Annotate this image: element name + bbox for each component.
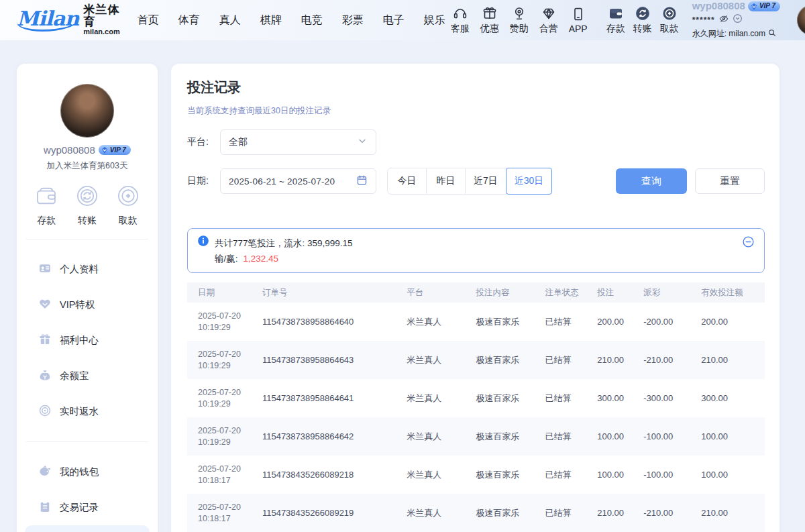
quick-range-button[interactable]: 昨日 — [426, 168, 466, 195]
partner-button[interactable]: 合营 — [534, 5, 564, 35]
sidebar: wyp080808 VIP 7 加入米兰体育第603天 存款 转账 取款 个人资… — [17, 64, 158, 532]
cell-platform: 米兰真人 — [407, 469, 476, 481]
withdraw-label: 取款 — [660, 23, 679, 35]
column-header: 平台 — [407, 287, 476, 299]
avatar[interactable] — [60, 84, 114, 138]
nav-item[interactable]: 电子 — [383, 13, 405, 28]
sidebar-transfer-label: 转账 — [78, 215, 97, 227]
clipboard-icon — [38, 500, 52, 516]
sidebar-item-label: 交易记录 — [60, 501, 99, 514]
wallet-icon — [34, 184, 58, 211]
transfer-icon — [75, 184, 99, 211]
sidebar-withdraw-label: 取款 — [119, 215, 138, 227]
avatar[interactable] — [797, 5, 805, 36]
magnifier-icon[interactable] — [767, 28, 777, 40]
medal-icon — [511, 5, 527, 21]
nav-item[interactable]: 娱乐 — [424, 13, 445, 28]
withdraw-icon — [661, 5, 678, 21]
cell-date: 2025-07-2010:19:29 — [187, 425, 262, 448]
joined-days-text: 加入米兰体育第603天 — [17, 160, 158, 172]
cell-order-number: 1154738738958864643 — [262, 355, 407, 365]
date-label: 日期: — [187, 175, 214, 187]
logo-domain-text: milan.com — [83, 28, 119, 36]
cell-bet-amount: 210.00 — [597, 508, 643, 518]
sidebar-item-profile[interactable]: 个人资料 — [17, 252, 158, 287]
cell-bet-content: 极速百家乐 — [476, 507, 545, 519]
sidebar-item-transactions[interactable]: 交易记录 — [17, 490, 158, 525]
nav-item[interactable]: 电竞 — [301, 13, 323, 28]
sponsor-button[interactable]: 赞助 — [504, 5, 534, 35]
service-button[interactable]: 客服 — [445, 5, 475, 35]
table-row[interactable]: 2025-07-2010:19:29 1154738738958864641 米… — [187, 379, 765, 417]
sidebar-item-label: 实时返水 — [60, 405, 99, 418]
sidebar-item-rebate[interactable]: 实时返水 — [17, 394, 158, 429]
divider — [26, 239, 148, 240]
table-row[interactable]: 2025-07-2010:19:29 1154738738958864640 米… — [187, 303, 765, 341]
promo-button[interactable]: 优惠 — [475, 5, 504, 35]
app-label: APP — [569, 23, 588, 34]
quick-range-button[interactable]: 今日 — [387, 168, 427, 195]
quick-range-button[interactable]: 近7日 — [465, 168, 506, 195]
vip-level-text: VIP 7 — [759, 2, 775, 11]
nav-item[interactable]: 彩票 — [342, 13, 364, 28]
transfer-icon — [635, 5, 651, 21]
transfer-button[interactable]: 转账 — [629, 5, 656, 35]
date-filter-row: 日期: 2025-06-21 ~ 2025-07-20 今日昨日近7日近30日 … — [187, 168, 765, 195]
sidebar-item-vip[interactable]: VIP特权 — [17, 287, 158, 323]
eye-off-icon[interactable] — [718, 13, 729, 28]
query-button[interactable]: 查询 — [616, 168, 687, 194]
quick-range-button[interactable]: 近30日 — [506, 168, 553, 195]
cell-payout: -210.00 — [643, 508, 701, 518]
sidebar-transfer-button[interactable]: 转账 — [75, 184, 99, 227]
withdraw-button[interactable]: 取款 — [656, 5, 683, 35]
app-button[interactable]: APP — [564, 6, 593, 34]
cell-payout: -100.00 — [643, 470, 701, 480]
sponsor-label: 赞助 — [510, 23, 529, 35]
nav-item[interactable]: 棋牌 — [260, 13, 282, 28]
collapse-icon[interactable] — [742, 235, 755, 251]
cell-bet-content: 极速百家乐 — [476, 354, 545, 366]
cell-bet-amount: 200.00 — [597, 317, 643, 327]
deposit-button[interactable]: 存款 — [602, 5, 629, 35]
sidebar-item-welfare[interactable]: 福利中心 — [17, 323, 158, 358]
logo-script-text: Milan — [17, 9, 80, 32]
sidebar-deposit-button[interactable]: 存款 — [34, 184, 58, 227]
phone-icon — [570, 6, 586, 22]
platform-label: 平台: — [187, 136, 214, 148]
transfer-label: 转账 — [633, 23, 652, 35]
sidebar-item-wallet[interactable]: 我的钱包 — [17, 454, 158, 490]
info-icon — [197, 235, 209, 252]
cell-date: 2025-07-2010:18:17 — [187, 464, 262, 486]
withdraw-icon — [116, 184, 140, 211]
table-row[interactable]: 2025-07-2010:18:17 1154738435266089218 米… — [187, 456, 765, 494]
nav-item[interactable]: 真人 — [219, 13, 241, 28]
chevron-circle-icon[interactable] — [733, 13, 743, 27]
sidebar-item-label: 余额宝 — [60, 370, 89, 382]
table-row[interactable]: 2025-07-2010:18:17 1154738435266089219 米… — [187, 494, 765, 532]
sidebar-item-label: VIP特权 — [60, 299, 95, 311]
sidebar-username: wyp080808 — [44, 144, 95, 156]
table-row[interactable]: 2025-07-2010:19:29 1154738738958864643 米… — [187, 341, 765, 379]
sidebar-deposit-label: 存款 — [37, 215, 56, 227]
nav-item[interactable]: 首页 — [138, 13, 159, 28]
partner-label: 合营 — [539, 23, 558, 35]
cell-platform: 米兰真人 — [407, 507, 476, 519]
sidebar-item-label: 个人资料 — [60, 263, 99, 276]
cell-bet-amount: 100.00 — [597, 431, 643, 441]
cell-date: 2025-07-2010:19:29 — [187, 387, 262, 410]
date-range-input[interactable]: 2025-06-21 ~ 2025-07-20 — [220, 168, 376, 194]
winloss-label: 输/赢: — [215, 252, 238, 266]
table-row[interactable]: 2025-07-2010:19:29 1154738738958864642 米… — [187, 417, 765, 456]
table-header-row: 日期订单号平台投注内容注单状态投注派彩有效投注额 — [187, 282, 765, 303]
column-header: 派彩 — [643, 287, 701, 299]
reset-button[interactable]: 重置 — [695, 168, 765, 194]
cell-bet-amount: 210.00 — [597, 355, 643, 365]
sidebar-withdraw-button[interactable]: 取款 — [116, 184, 140, 227]
sidebar-item-bet-records[interactable]: 投注记录 — [25, 525, 150, 532]
sidebar-item-yuebao[interactable]: 余额宝 — [17, 358, 158, 394]
page-subtitle: 当前系统支持查询最近30日的投注记录 — [187, 105, 765, 117]
platform-select[interactable]: 全部 — [220, 129, 376, 155]
site-logo[interactable]: Milan 米兰体育 milan.com — [17, 4, 120, 36]
nav-item[interactable]: 体育 — [178, 13, 200, 28]
diamond-hand-icon — [541, 5, 557, 21]
